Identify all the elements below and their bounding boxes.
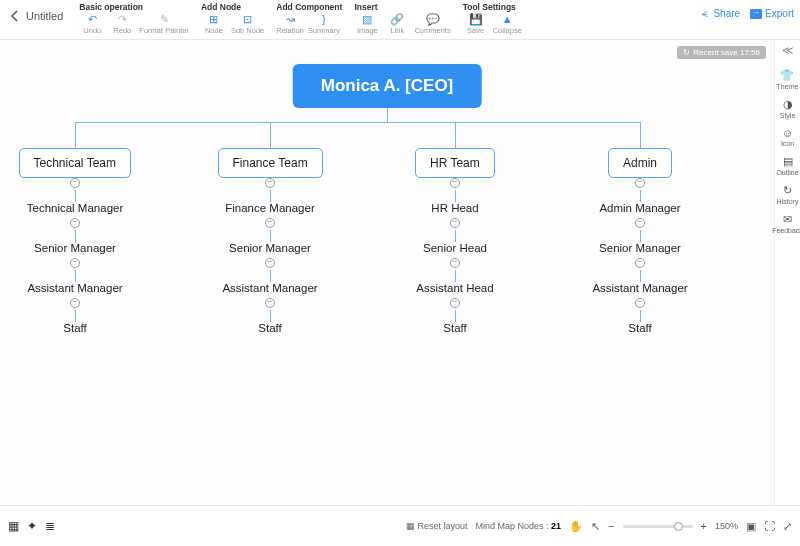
format-painter-button[interactable]: ✎Format Painter: [139, 13, 189, 35]
export-icon: [750, 9, 762, 19]
team-node[interactable]: Technical Team: [19, 148, 132, 178]
connector: [75, 122, 640, 123]
connector: [270, 190, 271, 202]
share-label: Share: [713, 8, 740, 19]
fit-screen-icon[interactable]: ▣: [746, 520, 756, 533]
collapse-toggle[interactable]: [70, 218, 80, 228]
fullscreen-icon[interactable]: ⛶: [764, 520, 775, 532]
workspace[interactable]: Recent save 17:56 ≪ 👕Theme ◑Style ☺Icon …: [0, 40, 800, 506]
connector: [455, 190, 456, 202]
redo-label: Redo: [113, 26, 131, 35]
comments-button[interactable]: 💬Comments: [414, 13, 450, 35]
panel-theme[interactable]: 👕Theme: [777, 69, 799, 90]
theme-label: Theme: [777, 83, 799, 90]
panel-feedback[interactable]: ✉Feedback: [772, 213, 800, 234]
style-icon: ◑: [783, 98, 793, 111]
collapse-button[interactable]: ▲Collapse: [493, 13, 522, 35]
panel-style[interactable]: ◑Style: [780, 98, 796, 119]
collapse-toggle[interactable]: [450, 218, 460, 228]
layout-icon[interactable]: ▦: [8, 519, 19, 533]
child-node[interactable]: Admin Manager: [599, 202, 680, 214]
collapse-toggle[interactable]: [265, 218, 275, 228]
collapse-toggle[interactable]: [635, 258, 645, 268]
child-node[interactable]: Staff: [628, 322, 651, 334]
sub-node-button[interactable]: ⊡Sub Node: [231, 13, 264, 35]
org-chart-canvas[interactable]: Monica A. [CEO]Technical TeamTechnical M…: [0, 40, 774, 505]
summary-label: Summary: [308, 26, 340, 35]
group-insert: Insert ▧Image 🔗Link 💬Comments: [354, 2, 450, 35]
save-button[interactable]: 💾Save: [463, 13, 489, 35]
child-node[interactable]: Senior Manager: [34, 242, 116, 254]
team-node[interactable]: Admin: [608, 148, 672, 178]
zoom-slider-knob[interactable]: [674, 522, 683, 531]
collapse-toggle[interactable]: [450, 258, 460, 268]
child-node[interactable]: Staff: [63, 322, 86, 334]
hand-tool-icon[interactable]: ✋: [569, 520, 583, 533]
child-node[interactable]: Senior Manager: [599, 242, 681, 254]
comments-label: Comments: [414, 26, 450, 35]
export-button[interactable]: Export: [750, 8, 794, 19]
team-node[interactable]: Finance Team: [218, 148, 323, 178]
group-title-addnode: Add Node: [201, 2, 264, 12]
collapse-toggle[interactable]: [635, 298, 645, 308]
collapse-toggle[interactable]: [265, 258, 275, 268]
group-basic-operation: Basic operation ↶Undo ↷Redo ✎Format Pain…: [79, 2, 189, 35]
child-node[interactable]: Technical Manager: [27, 202, 124, 214]
child-node[interactable]: Senior Manager: [229, 242, 311, 254]
document-title[interactable]: Untitled: [26, 10, 63, 22]
child-node[interactable]: Assistant Manager: [592, 282, 687, 294]
cursor-tool-icon[interactable]: ↖: [591, 520, 600, 533]
panel-icon[interactable]: ☺Icon: [781, 127, 794, 147]
relation-button[interactable]: ↝Relation: [276, 13, 304, 35]
collapse-toggle[interactable]: [70, 298, 80, 308]
collapse-panel-icon[interactable]: ≪: [782, 44, 794, 57]
panel-outline[interactable]: ▤Outline: [776, 155, 798, 176]
child-node[interactable]: Finance Manager: [225, 202, 315, 214]
child-node[interactable]: Senior Head: [423, 242, 487, 254]
collapse-toggle[interactable]: [635, 178, 645, 188]
child-node[interactable]: Assistant Manager: [27, 282, 122, 294]
layers-icon[interactable]: ≣: [45, 519, 55, 533]
summary-button[interactable]: }Summary: [308, 13, 340, 35]
zoom-out-button[interactable]: −: [608, 520, 614, 532]
reset-layout-button[interactable]: ▦ Reset layout: [406, 521, 468, 531]
collapse-toggle[interactable]: [450, 298, 460, 308]
link-button[interactable]: 🔗Link: [384, 13, 410, 35]
image-button[interactable]: ▧Image: [354, 13, 380, 35]
connector: [455, 270, 456, 282]
theme-icon: 👕: [780, 69, 794, 82]
collapse-toggle[interactable]: [450, 178, 460, 188]
relation-label: Relation: [276, 26, 304, 35]
collapse-toggle[interactable]: [70, 178, 80, 188]
connector: [640, 310, 641, 322]
collapse-toggle[interactable]: [265, 178, 275, 188]
root-node[interactable]: Monica A. [CEO]: [293, 64, 482, 108]
zoom-slider[interactable]: [623, 525, 693, 528]
child-node[interactable]: Assistant Manager: [222, 282, 317, 294]
distraction-free-icon[interactable]: ⤢: [783, 520, 792, 533]
undo-button[interactable]: ↶Undo: [79, 13, 105, 35]
toolbar-right: ⪪Share Export: [700, 8, 794, 19]
collapse-toggle[interactable]: [70, 258, 80, 268]
link-label: Link: [390, 26, 404, 35]
redo-button[interactable]: ↷Redo: [109, 13, 135, 35]
share-button[interactable]: ⪪Share: [700, 8, 740, 19]
panel-history[interactable]: ↻History: [777, 184, 799, 205]
child-node[interactable]: Staff: [258, 322, 281, 334]
group-title-insert: Insert: [354, 2, 450, 12]
zoom-in-button[interactable]: +: [701, 520, 707, 532]
node-button[interactable]: ⊞Node: [201, 13, 227, 35]
star-icon[interactable]: ✦: [27, 519, 37, 533]
child-node[interactable]: Staff: [443, 322, 466, 334]
child-node[interactable]: HR Head: [431, 202, 478, 214]
team-node[interactable]: HR Team: [415, 148, 495, 178]
connector: [640, 230, 641, 242]
group-title-addcomp: Add Component: [276, 2, 342, 12]
connector: [387, 108, 388, 122]
collapse-toggle[interactable]: [635, 218, 645, 228]
top-toolbar: Untitled Basic operation ↶Undo ↷Redo ✎Fo…: [0, 0, 800, 40]
node-label: Node: [205, 26, 223, 35]
child-node[interactable]: Assistant Head: [416, 282, 493, 294]
back-button[interactable]: [10, 10, 18, 24]
collapse-toggle[interactable]: [265, 298, 275, 308]
